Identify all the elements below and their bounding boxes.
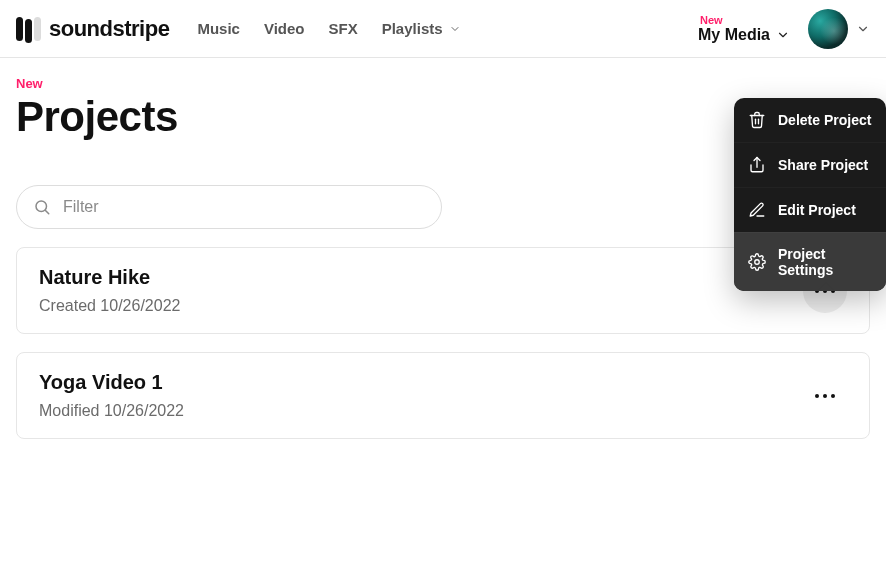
project-title: Yoga Video 1: [39, 371, 184, 394]
menu-edit-label: Edit Project: [778, 202, 856, 218]
menu-delete-label: Delete Project: [778, 112, 871, 128]
menu-settings-label: Project Settings: [778, 246, 872, 278]
page-tag: New: [16, 76, 870, 91]
avatar: [808, 9, 848, 49]
menu-project-settings[interactable]: Project Settings: [734, 232, 886, 291]
brand-name: soundstripe: [49, 16, 169, 42]
my-media-menu[interactable]: New My Media: [698, 15, 790, 43]
filter-input-wrap[interactable]: [16, 185, 442, 229]
share-icon: [748, 156, 766, 174]
page-content: New Projects Delete Project Share Projec…: [0, 58, 886, 439]
brand-logo[interactable]: soundstripe: [16, 16, 169, 42]
project-meta: Created 10/26/2022: [39, 297, 180, 315]
menu-edit-project[interactable]: Edit Project: [734, 187, 886, 232]
menu-share-label: Share Project: [778, 157, 868, 173]
primary-nav: Music Video SFX Playlists: [197, 20, 460, 37]
account-menu[interactable]: [808, 9, 870, 49]
filter-input[interactable]: [63, 198, 425, 216]
nav-playlists-label: Playlists: [382, 20, 443, 37]
my-media-label: My Media: [698, 27, 770, 43]
project-title: Nature Hike: [39, 266, 180, 289]
project-more-button[interactable]: [803, 374, 847, 418]
brand-mark-icon: [16, 17, 41, 41]
nav-playlists[interactable]: Playlists: [382, 20, 461, 37]
project-meta: Modified 10/26/2022: [39, 402, 184, 420]
svg-line-3: [45, 210, 48, 213]
chevron-down-icon: [449, 23, 461, 35]
chevron-down-icon: [856, 22, 870, 36]
chevron-down-icon: [776, 28, 790, 42]
app-header: soundstripe Music Video SFX Playlists Ne…: [0, 0, 886, 58]
nav-sfx[interactable]: SFX: [329, 20, 358, 37]
nav-music[interactable]: Music: [197, 20, 240, 37]
bottom-fade: [0, 532, 886, 562]
more-dots-icon: [815, 394, 835, 398]
trash-icon: [748, 111, 766, 129]
pencil-icon: [748, 201, 766, 219]
project-card[interactable]: Yoga Video 1 Modified 10/26/2022: [16, 352, 870, 439]
svg-point-1: [755, 260, 760, 265]
my-media-tag: New: [700, 15, 723, 26]
search-icon: [33, 198, 51, 216]
svg-point-2: [36, 201, 47, 212]
nav-video[interactable]: Video: [264, 20, 305, 37]
menu-share-project[interactable]: Share Project: [734, 142, 886, 187]
project-context-menu: Delete Project Share Project Edit Projec…: [734, 98, 886, 291]
gear-icon: [748, 253, 766, 271]
menu-delete-project[interactable]: Delete Project: [734, 98, 886, 142]
